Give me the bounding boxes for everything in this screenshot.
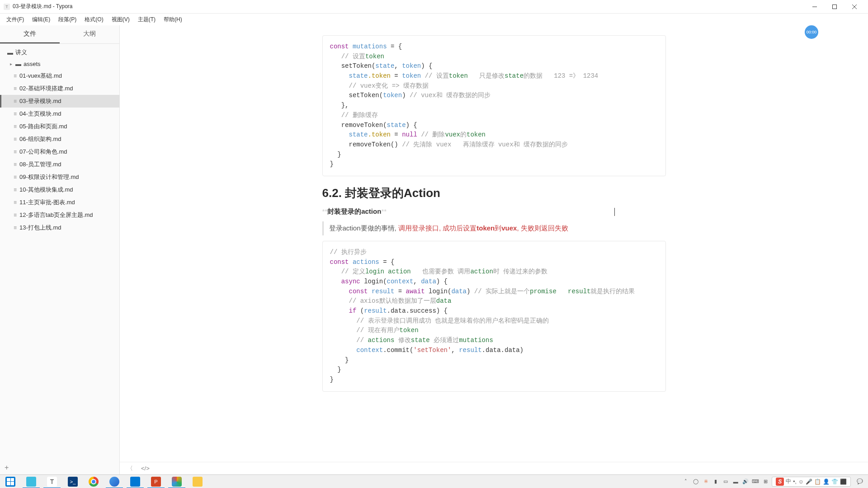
file-icon: ≡ xyxy=(14,212,17,218)
file-label: 07-公司和角色.md xyxy=(19,148,67,156)
file-label: 06-组织架构.md xyxy=(19,135,61,143)
tree-file[interactable]: ≡02-基础环境搭建.md xyxy=(0,82,119,95)
timer-badge[interactable]: 00:00 xyxy=(805,25,818,39)
file-icon: ≡ xyxy=(14,111,17,117)
svg-rect-1 xyxy=(833,5,837,9)
file-label: 04-主页模块.md xyxy=(19,110,61,118)
tree-file[interactable]: ≡04-主页模块.md xyxy=(0,108,119,120)
file-icon: ≡ xyxy=(14,225,17,231)
minimize-button[interactable] xyxy=(805,0,825,14)
file-label: 02-基础环境搭建.md xyxy=(19,84,73,93)
file-icon: ≡ xyxy=(14,174,17,180)
menu-theme[interactable]: 主题(T) xyxy=(134,14,159,25)
file-icon: ≡ xyxy=(14,85,17,92)
file-label: 05-路由和页面.md xyxy=(19,122,67,131)
tree-file[interactable]: ≡01-vuex基础.md xyxy=(0,70,119,82)
tree-file[interactable]: ≡03-登录模块.md xyxy=(0,95,119,108)
menu-format[interactable]: 格式(O) xyxy=(81,14,107,25)
chevron-right-icon: ▸ xyxy=(10,61,15,66)
file-label: 12-多语言tab页全屏主题.md xyxy=(19,211,93,219)
editor-footer: 〈 </> xyxy=(120,462,868,474)
menu-help[interactable]: 帮助(H) xyxy=(160,14,186,25)
tab-files[interactable]: 文件 xyxy=(0,25,60,43)
app-icon: T xyxy=(4,4,10,10)
file-label: 10-其他模块集成.md xyxy=(19,186,73,194)
file-icon: ≡ xyxy=(14,123,17,130)
menu-edit[interactable]: 编辑(E) xyxy=(28,14,54,25)
folder-icon: ▬ xyxy=(7,49,13,56)
folder-icon: ▬ xyxy=(15,61,21,67)
file-icon: ≡ xyxy=(14,73,17,79)
file-icon: ≡ xyxy=(14,161,17,168)
folder-label: 讲义 xyxy=(15,48,27,56)
file-label: 09-权限设计和管理.md xyxy=(19,173,79,181)
file-label: 01-vuex基础.md xyxy=(19,72,62,80)
bold-paragraph[interactable]: **封装登录的action** xyxy=(322,207,666,216)
tab-outline[interactable]: 大纲 xyxy=(60,25,119,43)
file-icon: ≡ xyxy=(14,98,17,104)
tree-file[interactable]: ≡11-主页审批-图表.md xyxy=(0,196,119,209)
tree-subfolder[interactable]: ▸ ▬ assets xyxy=(0,58,119,70)
maximize-button[interactable] xyxy=(825,0,844,14)
menu-paragraph[interactable]: 段落(P) xyxy=(55,14,80,25)
file-label: 08-员工管理.md xyxy=(19,160,61,169)
file-tree: ▬ 讲义 ▸ ▬ assets ≡01-vuex基础.md≡02-基础环境搭建.… xyxy=(0,44,119,461)
tree-file[interactable]: ≡10-其他模块集成.md xyxy=(0,183,119,196)
file-label: 11-主页审批-图表.md xyxy=(19,198,75,206)
back-button[interactable]: 〈 xyxy=(127,465,133,473)
subfolder-label: assets xyxy=(24,61,41,67)
tree-file[interactable]: ≡06-组织架构.md xyxy=(0,133,119,145)
sidebar-add-button[interactable]: + xyxy=(0,461,119,474)
tree-file[interactable]: ≡13-打包上线.md xyxy=(0,221,119,234)
tree-file[interactable]: ≡09-权限设计和管理.md xyxy=(0,171,119,183)
tree-file[interactable]: ≡12-多语言tab页全屏主题.md xyxy=(0,209,119,221)
close-button[interactable] xyxy=(844,0,864,14)
file-label: 03-登录模块.md xyxy=(19,97,61,105)
text-cursor xyxy=(614,208,615,216)
menu-bar: 文件(F) 编辑(E) 段落(P) 格式(O) 视图(V) 主题(T) 帮助(H… xyxy=(0,14,868,25)
sidebar: 文件 大纲 ▬ 讲义 ▸ ▬ assets ≡01-vuex基础.md≡02-基… xyxy=(0,25,120,474)
editor-content[interactable]: const mutations = { // 设置token setToken(… xyxy=(120,25,868,474)
title-bar: T 03-登录模块.md - Typora xyxy=(0,0,868,14)
file-icon: ≡ xyxy=(14,136,17,142)
blockquote[interactable]: 登录action要做的事情, 调用登录接口, 成功后设置token到vuex, … xyxy=(322,221,666,235)
window-title: 03-登录模块.md - Typora xyxy=(13,3,72,10)
file-icon: ≡ xyxy=(14,199,17,206)
code-block-actions[interactable]: // 执行异步 const actions = { // 定义login act… xyxy=(322,241,666,392)
source-mode-button[interactable]: </> xyxy=(141,465,150,472)
tree-root-folder[interactable]: ▬ 讲义 xyxy=(0,47,119,58)
tree-file[interactable]: ≡05-路由和页面.md xyxy=(0,120,119,133)
menu-view[interactable]: 视图(V) xyxy=(108,14,133,25)
menu-file[interactable]: 文件(F) xyxy=(3,14,28,25)
file-icon: ≡ xyxy=(14,149,17,155)
code-block-mutations[interactable]: const mutations = { // 设置token setToken(… xyxy=(322,35,666,176)
tree-file[interactable]: ≡08-员工管理.md xyxy=(0,158,119,171)
file-label: 13-打包上线.md xyxy=(19,224,61,232)
file-icon: ≡ xyxy=(14,187,17,193)
heading-h2[interactable]: 6.2. 封装登录的Action xyxy=(322,185,666,201)
tree-file[interactable]: ≡07-公司和角色.md xyxy=(0,145,119,158)
